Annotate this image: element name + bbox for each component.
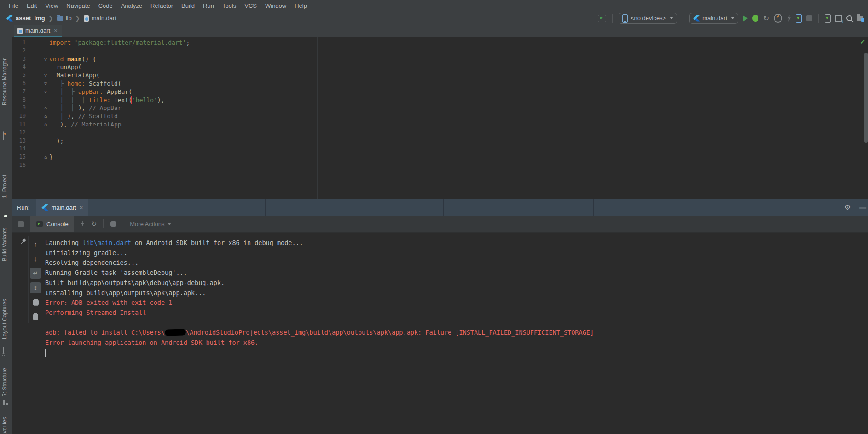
attach-debugger-icon[interactable]	[825, 14, 831, 23]
debug-button[interactable]	[752, 15, 758, 22]
up-stacktrace-icon[interactable]: ↑	[30, 238, 41, 249]
code-token: runApp(	[49, 63, 81, 70]
rerun-stop-icon[interactable]	[18, 221, 24, 227]
menu-edit[interactable]: Edit	[23, 0, 41, 11]
run-config-dropdown[interactable]: main.dart	[689, 13, 738, 24]
menu-view[interactable]: View	[41, 0, 62, 11]
menu-file[interactable]: File	[5, 0, 23, 11]
sidebar-item-layout-captures[interactable]: Layout Captures	[1, 299, 8, 339]
resource-manager-icon[interactable]	[3, 132, 10, 139]
fold-marker-icon[interactable]: ▽	[42, 88, 49, 96]
breadcrumb-file[interactable]: main.dart	[92, 15, 116, 22]
hot-reload-icon[interactable]	[787, 15, 791, 22]
console-side-toolbar: ↑ ↓ ↵ ⇟	[28, 236, 42, 323]
device-phone-icon	[622, 14, 628, 23]
more-actions-button[interactable]: More Actions	[130, 221, 171, 228]
console-text: Error: ADB exited with exit code 1	[45, 299, 172, 306]
search-icon[interactable]	[846, 15, 852, 21]
code-token: home:	[67, 80, 89, 87]
profiler-button[interactable]	[774, 14, 782, 23]
fold-marker-icon[interactable]: ⌂	[42, 104, 49, 112]
hot-restart-icon[interactable]	[796, 14, 802, 23]
line-number: 13	[12, 137, 26, 145]
stop-octagon-icon[interactable]	[110, 221, 116, 227]
device-selector-dropdown[interactable]: <no devices>	[619, 13, 677, 24]
code-token: () {	[81, 56, 96, 63]
clear-console-icon[interactable]	[30, 312, 41, 323]
tab-main-dart[interactable]: main.dart ×	[14, 25, 62, 37]
fold-marker-icon[interactable]: ⌂	[42, 112, 49, 120]
stop-button[interactable]	[806, 15, 812, 21]
sidebar-item-favorites[interactable]: 2: Favorites	[1, 417, 8, 434]
code-token	[49, 121, 60, 128]
hot-reload-icon[interactable]	[81, 221, 85, 228]
sdk-manager-icon[interactable]	[835, 15, 842, 22]
menu-vcs[interactable]: VCS	[240, 0, 261, 11]
menu-analyze[interactable]: Analyze	[117, 0, 146, 11]
run-tool-window-icon[interactable]	[598, 15, 606, 22]
android-project-icon[interactable]	[3, 213, 10, 220]
chevron-down-icon	[731, 17, 735, 19]
fold-marker-icon[interactable]: ⌂	[42, 120, 49, 129]
chevron-down-icon	[670, 17, 673, 19]
run-tab-main-dart[interactable]: main.dart ×	[36, 199, 88, 216]
header-separator	[443, 199, 444, 216]
inspection-ok-check-icon: ✔	[860, 39, 865, 46]
sidebar-item-structure[interactable]: 7: Structure	[1, 368, 8, 396]
run-panel-title: Run:	[17, 204, 29, 211]
scroll-to-end-icon[interactable]: ⇟	[30, 282, 41, 293]
code-token: AppBar	[107, 88, 128, 95]
fold-marker-icon[interactable]: ⌂	[42, 153, 49, 161]
code-token	[49, 113, 60, 120]
menu-help[interactable]: Help	[290, 0, 311, 11]
menu-code[interactable]: Code	[94, 0, 117, 11]
gear-icon[interactable]: ⚙	[845, 203, 851, 211]
sidebar-item-resource-manager[interactable]: Resource Manager	[1, 58, 8, 105]
line-number: 9	[12, 104, 26, 112]
code-token: title:	[89, 97, 114, 103]
close-icon[interactable]: ×	[54, 27, 58, 34]
menu-bar: FileEditViewNavigateCodeAnalyzeRefactorB…	[0, 0, 868, 11]
code-token: │ ├	[60, 88, 78, 95]
run-button[interactable]	[743, 15, 748, 22]
close-icon[interactable]: ×	[80, 204, 83, 211]
device-selector-value: <no devices>	[631, 15, 666, 22]
code-line: 2	[12, 47, 868, 55]
project-structure-icon[interactable]	[857, 16, 863, 21]
fold-marker-icon[interactable]: ▽	[42, 80, 49, 88]
code-token	[49, 97, 60, 103]
hot-restart-icon[interactable]: ↻	[91, 221, 97, 227]
coverage-button[interactable]: ↻	[763, 15, 769, 22]
header-separator	[265, 199, 266, 216]
print-icon[interactable]	[30, 297, 41, 308]
code-token: 'package:flutter/material.dart'	[75, 39, 186, 46]
build-variants-icon[interactable]	[3, 276, 10, 283]
layout-captures-icon[interactable]	[3, 347, 10, 354]
menu-navigate[interactable]: Navigate	[62, 0, 94, 11]
run-panel-header: Run: main.dart × ⚙ —	[12, 199, 868, 216]
pin-icon[interactable]	[18, 237, 28, 246]
menu-run[interactable]: Run	[199, 0, 218, 11]
structure-icon[interactable]	[3, 400, 10, 407]
breadcrumb-project[interactable]: asset_img	[16, 15, 45, 22]
fold-marker-icon[interactable]: ▽	[42, 55, 49, 63]
menu-build[interactable]: Build	[177, 0, 199, 11]
sidebar-item-project[interactable]: 1: Project	[1, 175, 8, 198]
console-file-link[interactable]: lib\main.dart	[82, 239, 131, 246]
menu-tools[interactable]: Tools	[218, 0, 240, 11]
code-editor[interactable]: 1import 'package:flutter/material.dart';…	[12, 37, 868, 199]
code-token: (	[128, 88, 132, 95]
line-number: 2	[12, 47, 26, 55]
line-number: 1	[12, 39, 26, 47]
menu-refactor[interactable]: Refactor	[146, 0, 177, 11]
dart-file-icon	[84, 15, 89, 22]
breadcrumb-folder[interactable]: lib	[66, 15, 72, 22]
soft-wrap-icon[interactable]: ↵	[30, 268, 41, 279]
menu-window[interactable]: Window	[261, 0, 290, 11]
tab-console[interactable]: Console	[30, 216, 74, 232]
sidebar-item-build-variants[interactable]: Build Variants	[1, 228, 8, 261]
down-stacktrace-icon[interactable]: ↓	[30, 253, 41, 264]
minimize-icon[interactable]: —	[859, 204, 866, 211]
fold-marker-icon[interactable]: ▽	[42, 71, 49, 80]
editor-scrollbar[interactable]	[864, 53, 868, 143]
